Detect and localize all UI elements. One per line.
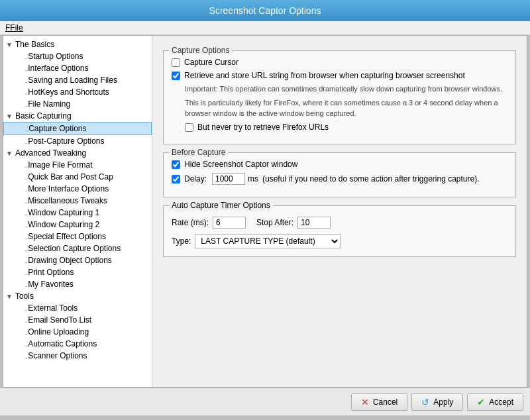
sidebar-item-capture-options[interactable]: Capture Options <box>3 122 152 135</box>
accept-icon: ✔ <box>477 397 485 407</box>
sidebar-item-email-sendto[interactable]: Email SendTo List <box>3 314 152 326</box>
sidebar-item-external-tools[interactable]: External Tools <box>3 302 152 314</box>
sidebar-item-hotkeys[interactable]: HotKeys and Shortcuts <box>3 86 152 98</box>
sidebar-item-quick-bar-post-cap[interactable]: Quick Bar and Post Cap <box>3 171 152 183</box>
sidebar-item-selection-capture-options[interactable]: Selection Capture Options <box>3 242 152 254</box>
sidebar-item-window-capturing-1[interactable]: Window Capturing 1 <box>3 207 152 219</box>
sidebar-section-basic-capturing[interactable]: ▼Basic Capturing <box>3 110 152 122</box>
type-row: Type: LAST CAPTURE TYPE (default)Full Sc… <box>172 234 507 248</box>
delay-row: Delay: ms (useful if you need to do some… <box>172 173 507 185</box>
sidebar-section-the-basics[interactable]: ▼The Basics <box>3 38 152 50</box>
firefox-url-row: But never try to retrieve Firefox URLs <box>185 123 507 132</box>
rate-label: Rate (ms): <box>172 218 209 227</box>
type-select[interactable]: LAST CAPTURE TYPE (default)Full ScreenAc… <box>195 234 341 248</box>
before-capture-group: Before Capture Hide Screenshot Captor wi… <box>163 152 516 197</box>
delay-unit: ms <box>248 174 258 184</box>
hide-window-row: Hide Screenshot Captor window <box>172 160 507 169</box>
sidebar-item-startup-options[interactable]: Startup Options <box>3 50 152 62</box>
auto-capture-group: Auto Capture Timer Options Rate (ms): St… <box>163 205 516 257</box>
content-area: Capture Options Capture Cursor Retrieve … <box>152 36 527 387</box>
sidebar-item-image-file-format[interactable]: Image File Format <box>3 159 152 171</box>
hide-window-label: Hide Screenshot Captor window <box>184 160 297 169</box>
type-label: Type: <box>172 236 191 246</box>
apply-button[interactable]: ↺ Apply <box>411 394 463 411</box>
apply-icon: ↺ <box>421 397 429 407</box>
note2: This is particularly likely for FireFox,… <box>185 98 507 119</box>
window-title: Screenshot Captor Options <box>209 5 321 16</box>
delay-checkbox[interactable] <box>172 175 180 184</box>
capture-options-group: Capture Options Capture Cursor Retrieve … <box>163 50 516 144</box>
title-bar: Screenshot Captor Options <box>0 0 530 21</box>
sidebar-item-online-uploading[interactable]: Online Uploading <box>3 326 152 338</box>
delay-input[interactable] <box>212 173 245 185</box>
apply-label: Apply <box>433 397 453 407</box>
firefox-url-label: But never try to retrieve Firefox URLs <box>197 123 329 132</box>
sidebar-item-special-effect-options[interactable]: Special Effect Options <box>3 231 152 242</box>
capture-cursor-checkbox[interactable] <box>172 58 180 67</box>
cancel-icon: ✕ <box>361 397 369 407</box>
accept-label: Accept <box>489 397 513 407</box>
capture-cursor-label: Capture Cursor <box>184 58 238 67</box>
retrieve-url-checkbox[interactable] <box>172 72 180 80</box>
sidebar-item-saving-loading[interactable]: Saving and Loading Files <box>3 74 152 86</box>
sidebar-item-scanner-options[interactable]: Scanner Options <box>3 350 152 362</box>
sidebar-section-tools[interactable]: ▼Tools <box>3 290 152 302</box>
firefox-url-checkbox[interactable] <box>185 123 193 132</box>
hide-window-checkbox[interactable] <box>172 160 180 169</box>
delay-note: (useful if you need to do some action af… <box>262 174 480 184</box>
sidebar-item-misc-tweaks[interactable]: Miscellaneous Tweaks <box>3 195 152 207</box>
sidebar-item-print-options[interactable]: Print Options <box>3 266 152 278</box>
sidebar-section-advanced-tweaking[interactable]: ▼Advanced Tweaking <box>3 147 152 159</box>
file-menu[interactable]: FFile <box>5 23 23 32</box>
rate-row: Rate (ms): Stop After: <box>172 217 507 229</box>
stop-after-label: Stop After: <box>256 218 293 227</box>
rate-input[interactable] <box>213 217 246 229</box>
before-capture-title: Before Capture <box>169 148 228 157</box>
sidebar: ▼The BasicsStartup OptionsInterface Opti… <box>3 36 152 387</box>
stop-after-input[interactable] <box>297 217 331 229</box>
sidebar-item-my-favorites[interactable]: My Favorites <box>3 278 152 290</box>
sidebar-item-drawing-object-options[interactable]: Drawing Object Options <box>3 254 152 266</box>
sidebar-item-more-interface-options[interactable]: More Interface Options <box>3 183 152 195</box>
retrieve-url-row: Retrieve and store URL string from brows… <box>172 71 507 80</box>
bottom-bar: ✕ Cancel ↺ Apply ✔ Accept <box>0 388 530 415</box>
auto-capture-title: Auto Capture Timer Options <box>169 201 273 210</box>
sidebar-item-window-capturing-2[interactable]: Window Capturing 2 <box>3 219 152 231</box>
cancel-button[interactable]: ✕ Cancel <box>351 394 407 411</box>
cancel-label: Cancel <box>373 397 398 407</box>
sidebar-item-post-capture-options[interactable]: Post-Capture Options <box>3 135 152 147</box>
sidebar-item-interface-options[interactable]: Interface Options <box>3 62 152 74</box>
sidebar-item-file-naming[interactable]: File Naming <box>3 98 152 110</box>
capture-options-title: Capture Options <box>169 46 232 55</box>
menu-bar: FFile <box>0 21 530 35</box>
sidebar-item-automatic-captions[interactable]: Automatic Captions <box>3 338 152 350</box>
delay-label: Delay: <box>184 174 207 184</box>
retrieve-url-label: Retrieve and store URL string from brows… <box>184 71 465 80</box>
accept-button[interactable]: ✔ Accept <box>467 394 523 411</box>
note1: Important: This operation can sometimes … <box>185 84 507 94</box>
capture-cursor-row: Capture Cursor <box>172 58 507 67</box>
